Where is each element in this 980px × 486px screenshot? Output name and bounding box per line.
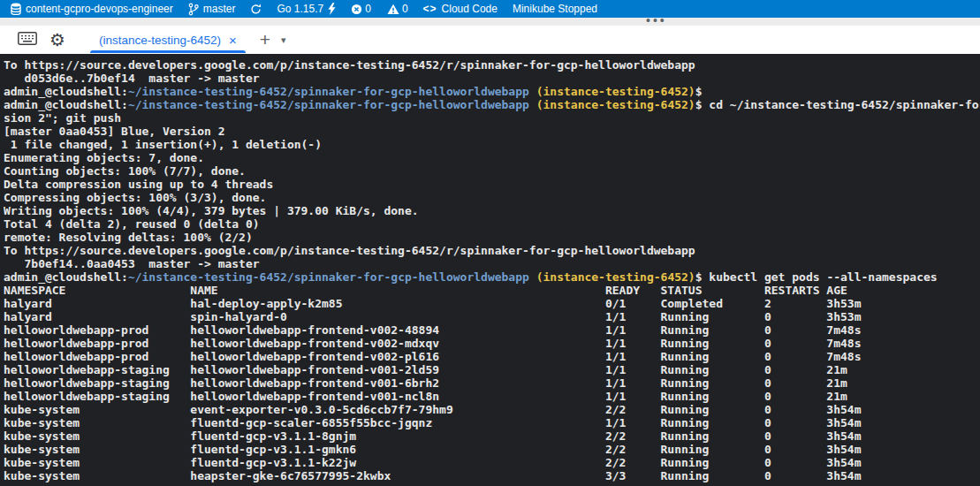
statusbar-go-version[interactable]: Go 1.15.7 bbox=[277, 0, 336, 18]
keyboard-button[interactable] bbox=[14, 27, 41, 52]
terminal-line: helloworldwebapp-staging helloworldwebap… bbox=[4, 363, 980, 376]
terminal-line: sion 2"; git push bbox=[4, 111, 980, 125]
lightning-icon bbox=[328, 3, 336, 15]
statusbar-go-label: Go 1.15.7 bbox=[277, 3, 323, 15]
code-brackets-icon: <> bbox=[423, 3, 437, 15]
terminal-line: kube-system fluentd-gcp-v3.1.1-k22jw 2/2… bbox=[4, 456, 980, 469]
terminal-line: kube-system fluentd-gcp-v3.1.1-gmkn6 2/2… bbox=[4, 443, 980, 456]
statusbar-minikube-status[interactable]: Minikube Stopped bbox=[513, 0, 597, 18]
error-circle-icon bbox=[351, 4, 362, 15]
statusbar-branch-label: master bbox=[203, 3, 236, 15]
drag-handle-dots[interactable]: ••• bbox=[646, 13, 667, 27]
terminal-line: 1 file changed, 1 insertion(+), 1 deleti… bbox=[4, 138, 980, 151]
keyboard-icon bbox=[18, 32, 37, 49]
terminal-line: Total 4 (delta 2), reused 0 (delta 0) bbox=[4, 217, 980, 231]
terminal-line: d053d6e..7b0ef14 master -> master bbox=[4, 72, 980, 85]
terminal-line: To https://source.developers.google.com/… bbox=[4, 58, 980, 72]
warning-triangle-icon bbox=[387, 4, 399, 15]
terminal-line: Compressing objects: 100% (3/3), done. bbox=[4, 191, 980, 204]
terminal-line: Writing objects: 100% (4/4), 379 bytes |… bbox=[4, 204, 980, 217]
terminal-tab-bar: ⚙ (instance-testing-6452) × + ▾ bbox=[0, 26, 980, 54]
cloud-code-label: Cloud Code bbox=[442, 3, 498, 15]
terminal-line: [master 0aa0453] Blue, Version 2 bbox=[4, 125, 980, 138]
terminal-line: helloworldwebapp-prod helloworldwebapp-f… bbox=[4, 350, 980, 363]
close-icon[interactable]: × bbox=[229, 34, 237, 47]
chevron-down-icon[interactable]: ▾ bbox=[281, 34, 286, 46]
tab-instance-testing-6452[interactable]: (instance-testing-6452) × bbox=[88, 26, 247, 54]
statusbar-sync-button[interactable] bbox=[250, 0, 262, 18]
database-icon bbox=[11, 3, 21, 15]
terminal-line: Delta compression using up to 4 threads bbox=[4, 178, 980, 191]
terminal-line: 7b0ef14..0aa0453 master -> master bbox=[4, 257, 980, 270]
terminal-line: halyard hal-deploy-apply-k2m85 0/1 Compl… bbox=[4, 297, 980, 310]
terminal-line: To https://source.developers.google.com/… bbox=[4, 244, 980, 257]
statusbar-cloud-code[interactable]: <> Cloud Code bbox=[423, 0, 498, 18]
minikube-status-label: Minikube Stopped bbox=[513, 3, 597, 15]
terminal-line: helloworldwebapp-prod helloworldwebapp-f… bbox=[4, 337, 980, 350]
terminal-line: kube-system event-exporter-v0.3.0-5cd6cc… bbox=[4, 403, 980, 416]
statusbar-git-branch[interactable]: master bbox=[188, 0, 236, 18]
terminal-line: Enumerating objects: 7, done. bbox=[4, 151, 980, 164]
terminal-line: helloworldwebapp-staging helloworldwebap… bbox=[4, 376, 980, 390]
sync-icon bbox=[250, 4, 262, 15]
settings-button[interactable]: ⚙ bbox=[41, 27, 67, 52]
git-branch-icon bbox=[188, 3, 199, 16]
terminal-line: NAMESPACE NAME READY STATUS RESTARTS AGE bbox=[4, 284, 980, 297]
terminal-line: admin_@cloudshell:~/instance-testing-645… bbox=[4, 98, 980, 111]
terminal[interactable]: To https://source.developers.google.com/… bbox=[0, 54, 980, 486]
terminal-line: kube-system heapster-gke-6c76577995-2kwb… bbox=[4, 469, 980, 482]
terminal-line: kube-system fluentd-gcp-v3.1.1-8gnjm 2/2… bbox=[4, 429, 980, 443]
statusbar-project[interactable]: content-gcpro-devops-engineer bbox=[11, 0, 173, 18]
statusbar-project-label: content-gcpro-devops-engineer bbox=[26, 3, 173, 15]
terminal-line: remote: Resolving deltas: 100% (2/2) bbox=[4, 231, 980, 244]
terminal-line: helloworldwebapp-prod helloworldwebapp-f… bbox=[4, 323, 980, 337]
terminal-line: admin_@cloudshell:~/instance-testing-645… bbox=[4, 85, 980, 98]
terminal-line: admin_@cloudshell:~/instance-testing-645… bbox=[4, 270, 980, 284]
gear-icon: ⚙ bbox=[49, 31, 65, 49]
terminal-line: halyard spin-halyard-0 1/1 Running 0 3h5… bbox=[4, 310, 980, 323]
terminal-line: Counting objects: 100% (7/7), done. bbox=[4, 164, 980, 178]
add-tab-button[interactable]: + bbox=[260, 29, 270, 50]
error-count: 0 bbox=[365, 3, 371, 15]
warning-count: 0 bbox=[402, 3, 408, 15]
status-bar: content-gcpro-devops-engineer master Go … bbox=[0, 0, 980, 18]
terminal-line: helloworldwebapp-staging helloworldwebap… bbox=[4, 390, 980, 403]
panel-drag-strip: ••• bbox=[0, 18, 980, 26]
terminal-line: kube-system fluentd-gcp-scaler-6855f55bc… bbox=[4, 416, 980, 429]
statusbar-problems[interactable]: 0 0 bbox=[351, 0, 407, 18]
terminal-output: To https://source.developers.google.com/… bbox=[4, 58, 980, 482]
tab-label: (instance-testing-6452) bbox=[99, 34, 221, 47]
